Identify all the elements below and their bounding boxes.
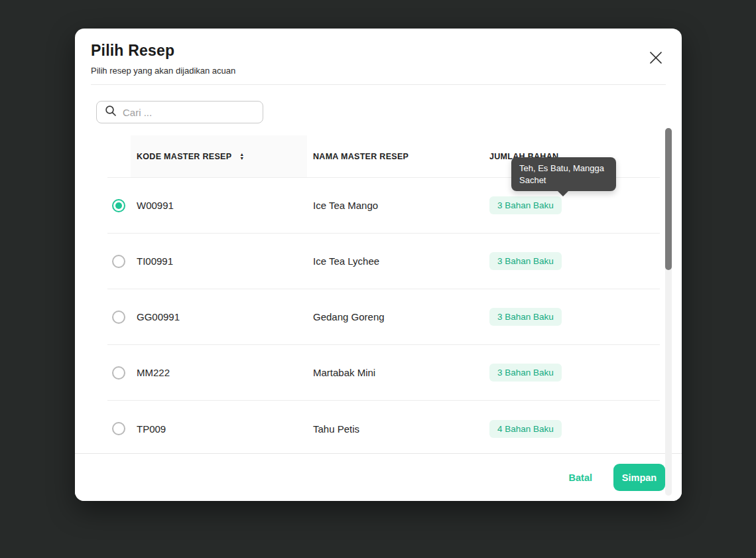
- tooltip-text: Teh, Es Batu, Mangga Sachet: [519, 163, 604, 185]
- recipe-name: Tahu Petis: [313, 423, 489, 435]
- tooltip-arrow: [558, 191, 568, 196]
- search-box: [96, 101, 263, 123]
- recipe-code: TP009: [137, 423, 313, 435]
- scrollbar-thumb[interactable]: [665, 128, 672, 270]
- table-row[interactable]: GG00991 Gedang Goreng 3 Bahan Baku: [107, 289, 660, 345]
- badge-cell: 3 Bahan Baku: [489, 308, 660, 326]
- pilih-resep-modal: Pilih Resep Pilih resep yang akan dijadi…: [75, 29, 682, 501]
- recipe-code: TI00991: [137, 255, 313, 267]
- header-divider: [91, 84, 666, 85]
- modal-footer: Batal Simpan: [75, 453, 682, 501]
- close-icon: [649, 50, 663, 67]
- radio-button[interactable]: [112, 366, 125, 380]
- radio-cell: [107, 311, 137, 324]
- radio-cell: [107, 366, 137, 380]
- radio-cell: [107, 199, 137, 212]
- table-row[interactable]: TP009 Tahu Petis 4 Bahan Baku: [107, 401, 660, 456]
- table-body: W00991 Ice Tea Mango 3 Bahan Baku TI0099…: [107, 178, 660, 456]
- recipe-name: Martabak Mini: [313, 367, 489, 378]
- ingredient-count-badge[interactable]: 3 Bahan Baku: [489, 364, 562, 382]
- search-icon: [105, 105, 117, 119]
- ingredient-count-badge[interactable]: 3 Bahan Baku: [489, 308, 562, 326]
- recipe-name: Gedang Goreng: [313, 311, 489, 322]
- save-button[interactable]: Simpan: [613, 464, 665, 491]
- radio-cell: [107, 422, 137, 435]
- badge-cell: 3 Bahan Baku: [489, 196, 660, 214]
- column-header-nama: NAMA MASTER RESEP: [313, 152, 489, 161]
- recipe-name: Ice Tea Mango: [313, 200, 489, 211]
- modal-subtitle: Pilih resep yang akan dijadikan acuan: [91, 66, 235, 76]
- radio-dot: [115, 425, 122, 432]
- radio-dot: [115, 202, 122, 209]
- column-header-kode-label: KODE MASTER RESEP: [137, 152, 231, 161]
- page-title: Pilih Resep: [91, 42, 174, 60]
- close-button[interactable]: [647, 50, 664, 67]
- ingredient-count-badge[interactable]: 4 Bahan Baku: [489, 420, 562, 438]
- table-row[interactable]: TI00991 Ice Tea Lychee 3 Bahan Baku: [107, 234, 660, 289]
- sort-down-arrow: ▼: [239, 157, 244, 160]
- recipe-code: GG00991: [137, 311, 313, 322]
- column-header-kode[interactable]: KODE MASTER RESEP ▲ ▼: [131, 135, 307, 177]
- ingredient-count-badge[interactable]: 3 Bahan Baku: [489, 196, 562, 214]
- sort-icon[interactable]: ▲ ▼: [239, 153, 244, 160]
- badge-cell: 3 Bahan Baku: [489, 252, 660, 270]
- badge-cell: 4 Bahan Baku: [489, 420, 660, 438]
- ingredient-count-badge[interactable]: 3 Bahan Baku: [489, 252, 562, 270]
- recipe-code: MM222: [137, 367, 313, 378]
- table-row[interactable]: MM222 Martabak Mini 3 Bahan Baku: [107, 345, 660, 401]
- radio-button[interactable]: [112, 422, 125, 435]
- badge-cell: 3 Bahan Baku: [489, 364, 660, 382]
- radio-button[interactable]: [112, 311, 125, 324]
- radio-dot: [115, 370, 122, 376]
- cancel-button[interactable]: Batal: [562, 467, 599, 488]
- ingredients-tooltip: Teh, Es Batu, Mangga Sachet: [511, 157, 616, 191]
- radio-dot: [115, 314, 122, 320]
- radio-cell: [107, 255, 137, 268]
- recipe-name: Ice Tea Lychee: [313, 255, 489, 267]
- radio-dot: [115, 258, 122, 265]
- scrollbar-track[interactable]: [665, 128, 672, 496]
- search-input[interactable]: [123, 107, 255, 118]
- radio-button[interactable]: [112, 199, 125, 212]
- radio-button[interactable]: [112, 255, 125, 268]
- recipe-code: W00991: [137, 200, 313, 211]
